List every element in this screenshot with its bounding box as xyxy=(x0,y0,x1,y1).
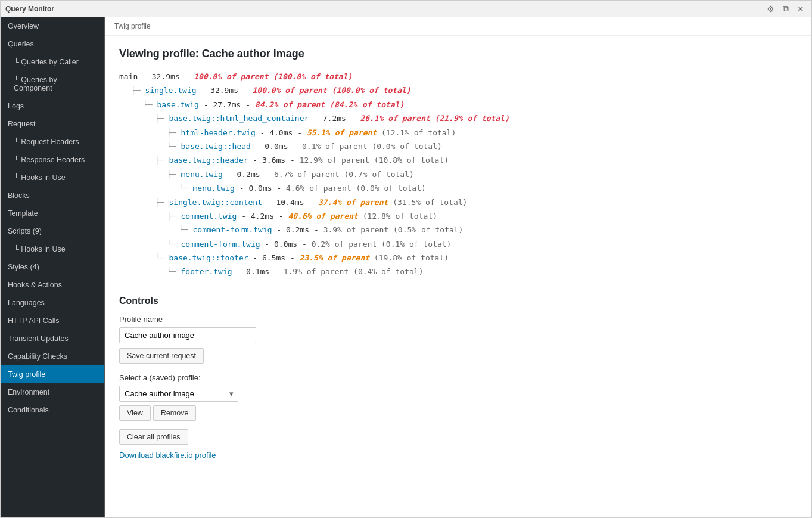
tree-row-single-content: ├─ single.twig::content - 10.4ms - 37.4%… xyxy=(155,196,797,209)
tree-perc-4a: 55.1% of parent xyxy=(307,128,377,137)
tree-timing-4b: - 0.0ms - xyxy=(251,142,302,151)
close-button[interactable]: ✕ xyxy=(795,2,807,15)
profile-tree: main - 32.9ms - 100.0% of parent (100.0%… xyxy=(119,70,797,279)
link-comment-form-1[interactable]: comment-form.twig xyxy=(192,225,272,234)
settings-button[interactable]: ⚙ xyxy=(764,2,777,15)
tree-connector-4d: ├─ xyxy=(167,212,181,221)
sidebar-item-twig-profile[interactable]: Twig profile xyxy=(1,365,104,383)
download-blackfire-link[interactable]: Download blackfire.io profile xyxy=(119,451,797,460)
tree-connector-2: └─ xyxy=(143,100,157,109)
sidebar-item-hooks-in-use-request[interactable]: └ Hooks in Use xyxy=(1,169,104,187)
link-footer-twig[interactable]: footer.twig xyxy=(181,267,232,276)
title-bar-controls: ⚙ ⧉ ✕ xyxy=(764,2,807,15)
tree-connector-4f: └─ xyxy=(167,267,181,276)
link-base-footer[interactable]: base.twig::footer xyxy=(169,253,248,262)
sidebar-item-request-headers[interactable]: └ Request Headers xyxy=(1,133,104,151)
link-base-header[interactable]: base.twig::header xyxy=(169,156,248,165)
sidebar-item-styles[interactable]: Styles (4) xyxy=(1,258,104,276)
tree-connector-4b: └─ xyxy=(167,142,181,151)
tree-timing-4e: - 0.0ms - xyxy=(260,240,312,249)
sidebar-item-environment[interactable]: Environment xyxy=(1,383,104,401)
select-row: Cache author image xyxy=(119,386,797,402)
tree-row-comment-form-2: └─ comment-form.twig - 0.0ms - 0.2% of p… xyxy=(167,237,797,251)
tree-timing-1: - 32.9ms - xyxy=(197,86,253,95)
tree-row-footer-twig: └─ footer.twig - 0.1ms - 1.9% of parent … xyxy=(167,265,797,278)
title-bar: Query Monitor ⚙ ⧉ ✕ xyxy=(1,1,811,17)
sidebar-item-overview[interactable]: Overview xyxy=(1,17,104,35)
tree-perc-5b: 3.9% of parent (0.5% of total) xyxy=(323,225,463,234)
tree-suffix-3c: (31.5% of total) xyxy=(388,198,467,207)
sidebar-item-template[interactable]: Template xyxy=(1,204,104,222)
select-profile-label: Select a (saved) profile: xyxy=(119,373,797,382)
sidebar-item-blocks[interactable]: Blocks xyxy=(1,187,104,204)
sidebar-item-request[interactable]: Request xyxy=(1,115,104,133)
tree-timing-4d: - 4.2ms - xyxy=(237,212,288,221)
tree-connector-5b: └─ xyxy=(179,225,192,234)
tree-perc-4c: 6.7% of parent (0.7% of total) xyxy=(274,170,414,179)
tree-perc-4e: 0.2% of parent (0.1% of total) xyxy=(312,240,452,249)
tree-timing-4a: - 4.0ms - xyxy=(256,128,307,137)
tree-row-menu-twig-1: ├─ menu.twig - 0.2ms - 6.7% of parent (0… xyxy=(167,168,797,181)
link-menu-twig-1[interactable]: menu.twig xyxy=(181,170,222,179)
tree-row-html-header: ├─ html-header.twig - 4.0ms - 55.1% of p… xyxy=(167,126,797,139)
sidebar-item-hooks-in-use-scripts[interactable]: └ Hooks in Use xyxy=(1,240,104,258)
profile-select[interactable]: Cache author image xyxy=(119,386,238,402)
tree-timing-3d: - 6.5ms - xyxy=(248,253,300,262)
tree-connector-3c: ├─ xyxy=(155,198,169,207)
remove-profile-button[interactable]: Remove xyxy=(153,405,197,421)
sidebar-item-response-headers[interactable]: └ Response Headers xyxy=(1,151,104,169)
sidebar: Overview Queries └ Queries by Caller └ Q… xyxy=(1,17,105,517)
tree-perc-3c: 37.4% of parent xyxy=(318,198,388,207)
link-single-twig[interactable]: single.twig xyxy=(145,86,196,95)
tree-timing-4c: - 0.2ms - xyxy=(223,170,274,179)
tree-perc-4b: 0.1% of parent (0.0% of total) xyxy=(302,142,442,151)
sidebar-item-capability-checks[interactable]: Capability Checks xyxy=(1,348,104,365)
profile-name-input[interactable] xyxy=(119,327,256,343)
tree-timing-3c: - 10.4ms - xyxy=(262,198,318,207)
sidebar-item-queries[interactable]: Queries xyxy=(1,35,104,53)
sidebar-item-queries-by-component[interactable]: └ Queries by Component xyxy=(1,71,104,97)
sidebar-item-languages[interactable]: Languages xyxy=(1,294,104,312)
sidebar-item-logs[interactable]: Logs xyxy=(1,97,104,115)
link-html-head-container[interactable]: base.twig::html_head_container xyxy=(169,114,309,123)
popout-button[interactable]: ⧉ xyxy=(780,2,791,15)
tree-perc-4f: 1.9% of parent (0.4% of total) xyxy=(284,267,424,276)
link-html-header[interactable]: html-header.twig xyxy=(181,128,255,137)
tree-perc-1: 100.0% of parent (100.0% of total) xyxy=(253,86,411,95)
sidebar-item-http-api-calls[interactable]: HTTP API Calls xyxy=(1,312,104,330)
tree-connector-1: ├─ xyxy=(131,86,145,95)
save-current-request-button[interactable]: Save current request xyxy=(119,348,204,364)
controls-section: Controls Profile name Save current reque… xyxy=(119,296,797,460)
sidebar-item-scripts[interactable]: Scripts (9) xyxy=(1,222,104,240)
tree-perc-3b: 12.9% of parent (10.8% of total) xyxy=(300,156,449,165)
sidebar-item-queries-by-caller[interactable]: └ Queries by Caller xyxy=(1,53,104,71)
link-single-content[interactable]: single.twig::content xyxy=(169,198,262,207)
profile-name-label: Profile name xyxy=(119,315,797,324)
tree-row-comment-form-1: └─ comment-form.twig - 0.2ms - 3.9% of p… xyxy=(179,223,797,237)
tree-timing-5b: - 0.2ms - xyxy=(272,225,323,234)
link-base-head[interactable]: base.twig::head xyxy=(181,142,250,151)
tree-timing-4f: - 0.1ms - xyxy=(232,267,284,276)
link-comment-twig[interactable]: comment.twig xyxy=(181,212,237,221)
link-comment-form-2[interactable]: comment-form.twig xyxy=(181,240,260,249)
select-wrapper: Cache author image xyxy=(119,386,238,402)
tree-perc-main: 100.0% of parent (100.0% of total) xyxy=(194,72,352,81)
sidebar-item-hooks-actions[interactable]: Hooks & Actions xyxy=(1,276,104,294)
link-base-twig[interactable]: base.twig xyxy=(157,100,198,109)
app-title: Query Monitor xyxy=(5,5,54,13)
link-menu-twig-2[interactable]: menu.twig xyxy=(192,184,234,193)
sidebar-item-conditionals[interactable]: Conditionals xyxy=(1,401,104,419)
tree-row-html-head-container: ├─ base.twig::html_head_container - 7.2m… xyxy=(155,111,797,125)
content-area: Twig profile Viewing profile: Cache auth… xyxy=(105,17,811,517)
breadcrumb: Twig profile xyxy=(105,17,811,36)
content-body: Viewing profile: Cache author image main… xyxy=(105,36,811,472)
sidebar-item-transient-updates[interactable]: Transient Updates xyxy=(1,330,104,348)
clear-all-profiles-button[interactable]: Clear all profiles xyxy=(119,429,188,445)
view-profile-button[interactable]: View xyxy=(119,405,151,421)
tree-connector-3a: ├─ xyxy=(155,114,169,123)
tree-perc-4d: 40.6% of parent xyxy=(288,212,358,221)
tree-connector-3d: └─ xyxy=(155,253,169,262)
tree-perc-3a: 26.1% of parent (21.9% of total) xyxy=(360,114,509,123)
tree-row-base-header: ├─ base.twig::header - 3.6ms - 12.9% of … xyxy=(155,153,797,167)
tree-timing-5a: - 0.0ms - xyxy=(235,184,286,193)
